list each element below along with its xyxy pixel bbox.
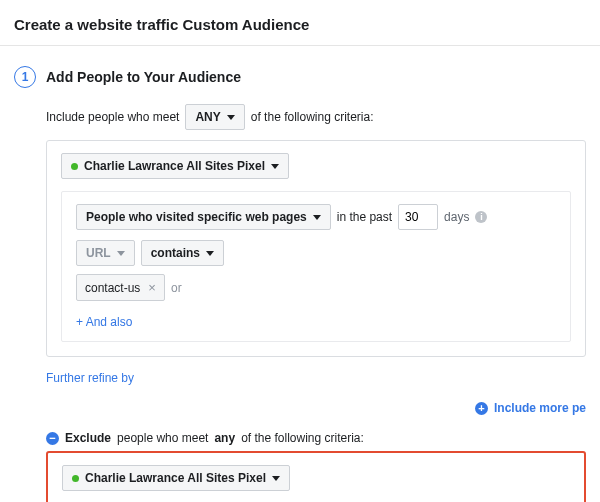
exclude-mid-text: people who meet	[117, 431, 208, 445]
divider	[0, 45, 600, 46]
remove-chip-icon[interactable]: ×	[148, 280, 156, 295]
pixel-select[interactable]: Charlie Lawrance All Sites Pixel	[61, 153, 289, 179]
pixel-active-icon	[71, 163, 78, 170]
exclude-pre-text: Exclude	[65, 431, 111, 445]
url-operator-label: contains	[151, 246, 200, 260]
include-operator-label: ANY	[195, 110, 220, 124]
url-value-text: contact-us	[85, 281, 140, 295]
further-refine-link[interactable]: Further refine by	[46, 371, 586, 385]
include-pre-text: Include people who meet	[46, 110, 179, 124]
plus-circle-icon: +	[475, 402, 488, 415]
exclude-post-text: of the following criteria:	[241, 431, 364, 445]
info-icon[interactable]: i	[475, 211, 487, 223]
step-title: Add People to Your Audience	[46, 69, 241, 85]
caret-down-icon	[313, 215, 321, 220]
caret-down-icon	[117, 251, 125, 256]
include-group: Charlie Lawrance All Sites Pixel People …	[46, 140, 586, 357]
url-field-label: URL	[86, 246, 111, 260]
in-the-past-label: in the past	[337, 210, 392, 224]
exclude-any-text: any	[214, 431, 235, 445]
exclude-group: Charlie Lawrance All Sites Pixel Lead in…	[48, 453, 584, 502]
url-field-select[interactable]: URL	[76, 240, 135, 266]
days-input[interactable]	[398, 204, 438, 230]
or-label: or	[171, 281, 182, 295]
event-type-label: People who visited specific web pages	[86, 210, 307, 224]
include-more-link[interactable]: + Include more pe	[475, 401, 586, 415]
include-operator-select[interactable]: ANY	[185, 104, 244, 130]
caret-down-icon	[227, 115, 235, 120]
minus-circle-icon: −	[46, 432, 59, 445]
and-also-button[interactable]: + And also	[76, 315, 556, 329]
step-header: 1 Add People to Your Audience	[14, 66, 586, 88]
caret-down-icon	[272, 476, 280, 481]
exclude-pixel-name: Charlie Lawrance All Sites Pixel	[85, 471, 266, 485]
exclude-pixel-select[interactable]: Charlie Lawrance All Sites Pixel	[62, 465, 290, 491]
page-title: Create a website traffic Custom Audience	[14, 16, 586, 45]
include-more-label: Include more pe	[494, 401, 586, 415]
caret-down-icon	[206, 251, 214, 256]
url-value-chip: contact-us ×	[76, 274, 165, 301]
url-operator-select[interactable]: contains	[141, 240, 224, 266]
exclude-criteria-row: − Exclude people who meet any of the fol…	[46, 431, 586, 445]
days-label: days	[444, 210, 469, 224]
caret-down-icon	[271, 164, 279, 169]
pixel-name: Charlie Lawrance All Sites Pixel	[84, 159, 265, 173]
event-type-select[interactable]: People who visited specific web pages	[76, 204, 331, 230]
exclude-highlight-box: Charlie Lawrance All Sites Pixel Lead in…	[46, 451, 586, 502]
include-condition-box: People who visited specific web pages in…	[61, 191, 571, 342]
include-criteria-row: Include people who meet ANY of the follo…	[46, 104, 586, 130]
step-number-circle: 1	[14, 66, 36, 88]
include-post-text: of the following criteria:	[251, 110, 374, 124]
pixel-active-icon	[72, 475, 79, 482]
